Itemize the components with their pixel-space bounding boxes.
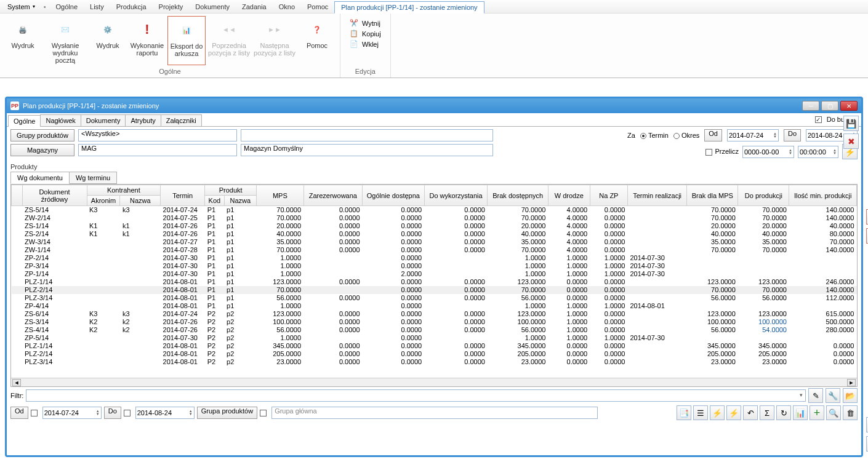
table-row[interactable]: ZP-3/142014-07-30P1p11.00000.00001.00001… <box>12 262 857 270</box>
tab-zalaczniki[interactable]: Załączniki <box>161 114 202 126</box>
bottom-date-od[interactable]: 2014-07-24▲▼ <box>42 407 102 419</box>
table-row[interactable]: ZP-2/142014-07-30P1p11.00000.00001.00001… <box>12 254 857 262</box>
col-dowyk[interactable]: Do wykorzystania <box>424 185 488 206</box>
filter-clear[interactable]: 🔧 <box>826 388 840 403</box>
filtr-input[interactable] <box>26 389 806 402</box>
menu-ogolne[interactable]: Ogólne <box>50 1 84 12</box>
col-wdrodze[interactable]: W drodze <box>548 185 590 206</box>
close-button[interactable]: ✕ <box>840 101 858 111</box>
ribbon-wydruk[interactable]: 🖨️Wydruk <box>4 16 42 65</box>
col-dok[interactable]: Dokument źródłowy <box>22 185 87 206</box>
magazyny-button[interactable]: Magazyny <box>10 144 74 156</box>
ribbon-wytnij[interactable]: ✂️Wytnij <box>349 18 382 28</box>
ribbon-eksport[interactable]: 📊Eksport do arkusza <box>167 16 206 65</box>
maximize-button[interactable]: ▢ <box>821 101 838 111</box>
tool-5[interactable]: ↶ <box>743 405 758 420</box>
bottom-date-do[interactable]: 2014-08-24▲▼ <box>135 407 195 419</box>
ribbon-wyslanie[interactable]: ✉️Wysłanie wydruku pocztą <box>43 16 87 65</box>
radio-okres[interactable]: Okres <box>673 132 699 139</box>
table-row[interactable]: PLZ-3/142014-08-01P1p156.00000.00000.000… <box>12 294 857 302</box>
menu-okno[interactable]: Okno <box>273 1 301 12</box>
menu-dokumenty[interactable]: Dokumenty <box>189 1 236 12</box>
col-termin[interactable]: Termin <box>161 185 205 206</box>
od-button[interactable]: Od <box>704 129 722 141</box>
date-od-input[interactable]: 2014-07-24▲▼ <box>727 129 779 141</box>
col-brak[interactable]: Brak dostępnych <box>488 185 548 206</box>
tool-delete[interactable]: 🗑 <box>843 405 858 420</box>
grupy-extra-input[interactable] <box>241 129 493 141</box>
table-row[interactable]: ZW-1/142014-07-28P1p170.00000.00000.0000… <box>12 246 857 254</box>
tab-dokumenty[interactable]: Dokumenty <box>81 114 126 126</box>
menu-listy[interactable]: Listy <box>84 1 110 12</box>
table-row[interactable]: PLZ-2/142014-08-01P2p2205.00000.00000.00… <box>12 350 857 358</box>
tool-add[interactable]: + <box>810 405 824 420</box>
do-button[interactable]: Do <box>784 129 801 141</box>
bottom-od-button[interactable]: Od <box>10 407 28 419</box>
col-terminr[interactable]: Termin realizacji <box>627 185 686 206</box>
save-button[interactable]: 💾 <box>843 116 859 131</box>
filter-apply[interactable]: ✎ <box>808 388 823 403</box>
table-row[interactable]: PLZ-2/142014-08-01P1p170.00000.00000.000… <box>12 286 857 294</box>
col-zarez[interactable]: Zarezerwowana <box>303 185 362 206</box>
table-row[interactable]: ZP-5/142014-07-30P2p21.00000.00001.00001… <box>12 334 857 342</box>
tool-3[interactable]: ⚡ <box>710 405 725 420</box>
tool-4[interactable]: ⚡ <box>726 405 741 420</box>
ribbon-kopiuj[interactable]: 📋Kopiuj <box>349 29 382 38</box>
tab-ogolne[interactable]: Ogólne <box>8 115 41 127</box>
col-produkt[interactable]: Produkt <box>205 185 257 196</box>
table-row[interactable]: ZS-5/14K3k32014-07-24P1p170.00000.00000.… <box>12 206 857 214</box>
przelicz-time[interactable]: 00:00:00▲▼ <box>798 146 838 158</box>
grupa-button[interactable]: Grupa produktów <box>197 407 257 419</box>
grupa-input[interactable]: Grupa główna <box>271 407 598 419</box>
subtab-wg-terminu[interactable]: Wg terminu <box>69 172 117 184</box>
przelicz-check[interactable]: Przelicz <box>705 148 739 156</box>
menu-active-doc[interactable]: Plan produkcji [PP-1/14] - zostanie zmie… <box>334 1 484 14</box>
tool-6[interactable]: Σ <box>760 405 774 420</box>
menu-projekty[interactable]: Projekty <box>153 1 190 12</box>
menu-produkcja[interactable]: Produkcja <box>110 1 153 12</box>
tool-7[interactable]: ↻ <box>776 405 791 420</box>
tool-8[interactable]: 📊 <box>793 405 808 420</box>
table-row[interactable]: PLZ-1/142014-08-01P2p2345.00000.00000.00… <box>12 342 857 350</box>
subtab-wg-dokumentu[interactable]: Wg dokumentu <box>10 172 70 184</box>
scroll-left[interactable]: ◄ <box>12 379 21 386</box>
tool-1[interactable]: 📑 <box>677 405 691 420</box>
table-row[interactable]: ZS-1/14K1k12014-07-26P1p120.00000.00000.… <box>12 222 857 230</box>
bottom-do-check[interactable] <box>124 410 131 416</box>
col-brakmps[interactable]: Brak dla MPS <box>687 185 738 206</box>
h-scrollbar[interactable]: ◄ ► <box>11 378 857 386</box>
menu-zadania[interactable]: Zadania <box>236 1 273 12</box>
table-row[interactable]: ZS-3/14K2k22014-07-26P2p2100.00000.00000… <box>12 318 857 326</box>
cancel-button[interactable]: ✖ <box>843 133 859 149</box>
col-kontrahent[interactable]: Kontrahent <box>87 185 161 196</box>
tool-2[interactable]: ☰ <box>693 405 708 420</box>
filter-open[interactable]: 📂 <box>843 388 858 403</box>
table-row[interactable]: ZW-3/142014-07-27P1p135.00000.00000.0000… <box>12 238 857 246</box>
col-nazwa2[interactable]: Nazwa <box>224 196 257 206</box>
col-akronim[interactable]: Akronim <box>87 196 120 206</box>
table-row[interactable]: ZP-1/142014-07-30P1p11.00002.00001.00001… <box>12 270 857 278</box>
table-row[interactable]: ZS-6/14K3k32014-07-24P2p2123.00000.00000… <box>12 310 857 318</box>
menu-pomoc[interactable]: Pomoc <box>301 1 334 12</box>
tab-naglowek[interactable]: Nagłówek <box>40 114 81 126</box>
col-iloscmin[interactable]: Ilość min. produkcji <box>789 185 857 206</box>
grupy-produktow-button[interactable]: Grupy produktów <box>10 129 74 141</box>
system-menu[interactable]: System ▾ <box>2 1 40 12</box>
col-nazp[interactable]: Na ZP <box>590 185 627 206</box>
bottom-do-button[interactable]: Do <box>104 407 121 419</box>
ribbon-pomoc[interactable]: ❓Pomoc <box>298 16 336 65</box>
table-row[interactable]: ZS-2/14K1k12014-07-26P1p140.00000.00000.… <box>12 230 857 238</box>
col-doprod[interactable]: Do produkcji <box>738 185 789 206</box>
ribbon-wydruk2[interactable]: ⚙️Wydruk <box>89 16 127 65</box>
bottom-od-check[interactable] <box>31 410 38 416</box>
col-ogolnie[interactable]: Ogólnie dostępna <box>363 185 425 206</box>
col-kod[interactable]: Kod <box>205 196 224 206</box>
grupa-check[interactable] <box>260 410 267 416</box>
scroll-right[interactable]: ► <box>847 379 856 386</box>
table-row[interactable]: ZW-2/142014-07-25P1p170.00000.00000.0000… <box>12 214 857 222</box>
col-mps[interactable]: MPS <box>257 185 304 206</box>
tool-search[interactable]: 🔍 <box>826 405 841 420</box>
magazyny-input[interactable]: MAG <box>78 144 237 156</box>
ribbon-wklej[interactable]: 📄Wklej <box>349 39 382 49</box>
przelicz-date[interactable]: 0000-00-00▲▼ <box>742 146 794 158</box>
